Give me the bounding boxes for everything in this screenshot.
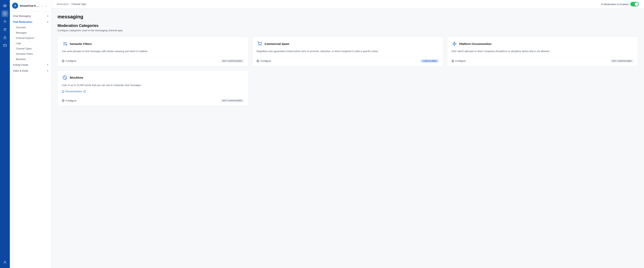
lock-icon[interactable]: [2, 34, 8, 41]
commercial-spam-footer: Configure CONFIGURED: [256, 56, 439, 63]
blocklists-doc-link-label: Documentation: [66, 90, 82, 93]
dashboard-icon[interactable]: [2, 10, 8, 17]
topbar: Moderation / Channel Type AI Moderation …: [52, 0, 644, 9]
activity-feeds-label: Activity Feeds: [13, 64, 28, 66]
icon-bar: [0, 0, 10, 268]
commercial-spam-configure-btn[interactable]: Configure: [256, 60, 271, 62]
cards-grid: Semantic Filters Use seed phrases to fin…: [58, 36, 638, 67]
sidebar-header: S StreamChat Swi... ⌄ ‹: [10, 0, 51, 12]
svg-point-1: [4, 20, 6, 22]
video-audio-label: Video & Audio: [13, 69, 28, 72]
platform-circumvention-configure-btn[interactable]: Configure: [452, 60, 466, 62]
blocklists-doc-link[interactable]: Documentation: [62, 90, 244, 93]
sidebar-collapse-button[interactable]: ‹: [44, 4, 49, 8]
sidebar-item-video-audio[interactable]: Video & Audio ▾: [10, 68, 51, 74]
sidebar: S StreamChat Swi... ⌄ ‹ Chat Messaging ▾…: [10, 0, 52, 268]
sidebar-item-chat-messaging[interactable]: Chat Messaging ▾: [10, 13, 51, 19]
sidebar-logo: S: [12, 3, 18, 9]
svg-line-11: [84, 90, 86, 92]
commercial-spam-status: CONFIGURED: [420, 59, 439, 63]
sidebar-sub-channel-explorer[interactable]: Channel Explorer: [10, 36, 51, 41]
breadcrumb: Moderation / Channel Type: [57, 3, 86, 6]
sidebar-sub-blocklists[interactable]: Blocklists: [10, 57, 51, 62]
main-content: Moderation / Channel Type AI Moderation …: [52, 0, 644, 268]
platform-circumvention-card: Platform Circumvention UGC which attempt…: [447, 36, 638, 67]
semantic-filters-configure-btn[interactable]: Configure: [62, 60, 76, 62]
sidebar-sub-overview[interactable]: Overview: [10, 25, 51, 30]
chat-messaging-label: Chat Messaging: [13, 15, 31, 18]
ai-moderation-toggle[interactable]: [630, 2, 639, 7]
breadcrumb-parent[interactable]: Moderation: [57, 3, 69, 6]
semantic-filters-status: NOT CONFIGURED: [220, 59, 244, 63]
users-icon[interactable]: [2, 18, 8, 25]
blocklists-status: NOT CONFIGURED: [220, 99, 244, 102]
commercial-spam-card: Commercial Spam Repetitive user-generate…: [252, 36, 443, 67]
sidebar-item-activity-feeds[interactable]: Activity Feeds ▾: [10, 62, 51, 68]
ai-toggle-section: AI Moderation is Enabled: [601, 2, 639, 7]
semantic-filters-icon: [62, 41, 68, 47]
commercial-spam-title: Commercial Spam: [264, 42, 289, 46]
svg-rect-5: [4, 44, 6, 47]
blocklists-row: Blocklists Lists of up to 10,000 words t…: [58, 70, 638, 106]
activity-feeds-chevron: ▾: [47, 64, 48, 66]
profile-icon[interactable]: [2, 259, 8, 266]
commercial-spam-description: Repetitive user-generated content which …: [256, 50, 439, 53]
page-title: messaging: [58, 14, 638, 20]
svg-point-2: [4, 29, 5, 29]
semantic-filters-footer: Configure NOT CONFIGURED: [62, 56, 244, 63]
semantic-filters-title: Semantic Filters: [70, 42, 92, 46]
blocklists-footer: Configure NOT CONFIGURED: [62, 96, 244, 102]
platform-circumvention-description: UGC which attempts to direct recipients …: [452, 50, 634, 53]
blocklists-description: Lists of up to 10,000 words that you can…: [62, 83, 244, 87]
commercial-spam-icon: [256, 41, 262, 47]
platform-circumvention-title: Platform Circumvention: [459, 42, 492, 46]
sidebar-sub-semantic-filters[interactable]: Semantic Filters: [10, 51, 51, 57]
semantic-filters-card: Semantic Filters Use seed phrases to fin…: [58, 36, 248, 67]
group-icon[interactable]: [2, 26, 8, 33]
breadcrumb-current: Channel Type: [72, 3, 86, 6]
sidebar-item-chat-moderation[interactable]: Chat Moderation ▴: [10, 19, 51, 25]
blocklists-icon: [62, 75, 68, 81]
platform-circumvention-header: Platform Circumvention: [452, 41, 634, 47]
chat-messaging-chevron: ▾: [47, 15, 48, 17]
platform-circumvention-status: NOT CONFIGURED: [610, 59, 634, 63]
svg-point-9: [261, 45, 261, 46]
section-description: Configure categories used in the messagi…: [58, 29, 638, 32]
sidebar-sub-messages[interactable]: Messages: [10, 30, 51, 36]
ai-toggle-label: AI Moderation is Enabled: [601, 3, 628, 6]
svg-point-3: [5, 29, 6, 29]
svg-point-8: [259, 45, 259, 46]
sidebar-sub-logs[interactable]: Logs: [10, 41, 51, 46]
platform-circumvention-footer: Configure NOT CONFIGURED: [452, 56, 634, 63]
card-icon[interactable]: [2, 42, 8, 49]
chat-moderation-label: Chat Moderation: [13, 21, 32, 23]
breadcrumb-separator: /: [70, 3, 70, 6]
sidebar-expand-icon[interactable]: ⌄: [41, 4, 43, 7]
chat-moderation-chevron: ▴: [47, 21, 48, 23]
section-title: Moderation Categories: [58, 24, 638, 28]
sidebar-app-name: StreamChat Swi...: [20, 4, 40, 7]
semantic-filters-header: Semantic Filters: [62, 41, 244, 47]
platform-circumvention-icon: [452, 41, 458, 47]
content-area: messaging Moderation Categories Configur…: [52, 9, 644, 268]
svg-rect-4: [4, 37, 6, 39]
blocklists-card: Blocklists Lists of up to 10,000 words t…: [58, 70, 248, 106]
blocklists-header: Blocklists: [62, 75, 244, 81]
logo-icon[interactable]: [2, 2, 8, 9]
video-audio-chevron: ▾: [47, 70, 48, 72]
semantic-filters-description: Use seed phrases to find messages with s…: [62, 50, 244, 53]
svg-point-6: [4, 261, 6, 262]
commercial-spam-header: Commercial Spam: [256, 41, 439, 47]
sidebar-nav: Chat Messaging ▾ Chat Moderation ▴ Overv…: [10, 12, 51, 268]
blocklists-title: Blocklists: [70, 76, 83, 79]
blocklists-configure-btn[interactable]: Configure: [62, 99, 76, 102]
sidebar-sub-channel-types[interactable]: Channel Types: [10, 46, 51, 51]
